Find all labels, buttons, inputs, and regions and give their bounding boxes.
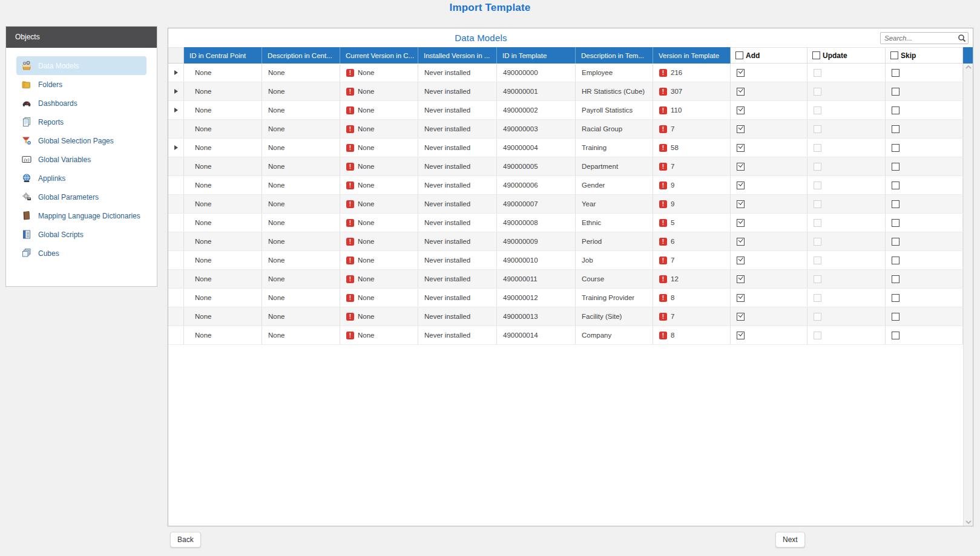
sidebar-item-data-models[interactable]: Data Models <box>16 56 146 75</box>
error-icon: ! <box>659 275 667 283</box>
skip-checkbox[interactable] <box>892 69 899 77</box>
sidebar-item-cubes[interactable]: Cubes <box>16 244 146 263</box>
skip-all-checkbox[interactable] <box>890 51 898 59</box>
expand-row-icon[interactable] <box>174 89 178 94</box>
cell-id-central-point: None <box>184 101 262 119</box>
sidebar-item-label: Dashboards <box>38 99 77 108</box>
add-checkbox[interactable] <box>737 200 745 208</box>
skip-checkbox[interactable] <box>892 163 899 171</box>
search-icon[interactable] <box>956 33 968 44</box>
skip-checkbox[interactable] <box>892 332 899 339</box>
add-checkbox[interactable] <box>737 332 745 339</box>
search-input[interactable] <box>881 33 956 43</box>
skip-checkbox[interactable] <box>892 182 899 189</box>
column-header-current-version-in-c[interactable]: Current Version in C... <box>340 47 418 64</box>
cell-expand <box>168 270 184 288</box>
add-checkbox[interactable] <box>737 313 745 321</box>
sidebar-item-mapping-language-dictionaries[interactable]: Mapping Language Dictionaries <box>16 206 146 225</box>
column-header-id-in-central-point[interactable]: ID in Central Point <box>184 47 262 64</box>
sidebar-item-reports[interactable]: Reports <box>16 113 146 131</box>
column-header-description-in-tem[interactable]: Description in Tem... <box>576 47 653 64</box>
table-row[interactable]: NoneNone!NoneNever installed490000006Gen… <box>168 176 963 195</box>
expand-row-icon[interactable] <box>174 108 178 113</box>
add-checkbox[interactable] <box>737 182 745 189</box>
skip-checkbox[interactable] <box>892 257 899 264</box>
update-all-checkbox[interactable] <box>812 51 820 59</box>
table-row[interactable]: NoneNone!NoneNever installed490000000Emp… <box>168 64 963 82</box>
cell-id-central-point: None <box>184 195 262 213</box>
cell-current-version: !None <box>340 214 418 232</box>
cell-version-template: !307 <box>653 82 731 100</box>
add-checkbox[interactable] <box>737 106 745 114</box>
update-checkbox <box>814 313 821 321</box>
skip-checkbox[interactable] <box>892 88 899 96</box>
table-row[interactable]: NoneNone!NoneNever installed490000004Tra… <box>168 139 963 157</box>
table-row[interactable]: NoneNone!NoneNever installed490000014Com… <box>168 326 963 345</box>
back-button[interactable]: Back <box>170 532 201 548</box>
vertical-scrollbar[interactable] <box>963 64 973 526</box>
table-row[interactable]: NoneNone!NoneNever installed490000001HR … <box>168 82 963 101</box>
cell-installed-version: Never installed <box>418 289 497 307</box>
skip-checkbox[interactable] <box>892 200 899 208</box>
cell-add <box>731 289 807 307</box>
table-row[interactable]: NoneNone!NoneNever installed490000005Dep… <box>168 157 963 176</box>
current-version-text: None <box>358 219 375 226</box>
cell-id-template: 490000001 <box>497 82 576 100</box>
sidebar-item-applinks[interactable]: Applinks <box>16 169 146 188</box>
cell-description-central: None <box>262 195 340 213</box>
add-all-checkbox[interactable] <box>735 51 743 59</box>
cell-current-version: !None <box>340 139 418 157</box>
sidebar-item-global-selection-pages[interactable]: Global Selection Pages <box>16 131 146 150</box>
scroll-down-icon <box>965 520 972 524</box>
table-row[interactable]: NoneNone!NoneNever installed490000007Yea… <box>168 195 963 214</box>
table-row[interactable]: NoneNone!NoneNever installed490000009Per… <box>168 232 963 251</box>
sidebar-item-dashboards[interactable]: Dashboards <box>16 94 146 113</box>
next-button[interactable]: Next <box>775 532 805 548</box>
skip-checkbox[interactable] <box>892 313 899 321</box>
add-checkbox[interactable] <box>737 257 745 264</box>
skip-checkbox[interactable] <box>892 238 899 246</box>
table-row[interactable]: NoneNone!NoneNever installed490000011Cou… <box>168 270 963 289</box>
error-icon: ! <box>659 219 667 227</box>
cell-current-version: !None <box>340 289 418 307</box>
expand-row-icon[interactable] <box>174 70 178 75</box>
skip-checkbox[interactable] <box>892 275 899 283</box>
skip-checkbox[interactable] <box>892 106 899 114</box>
add-checkbox[interactable] <box>737 163 745 171</box>
add-checkbox[interactable] <box>737 88 745 96</box>
add-checkbox[interactable] <box>737 219 745 227</box>
cell-id-central-point: None <box>184 82 262 100</box>
column-header-installed-version-in[interactable]: Installed Version in ... <box>418 47 497 64</box>
table-row[interactable]: NoneNone!NoneNever installed490000012Tra… <box>168 289 963 307</box>
skip-checkbox[interactable] <box>892 144 899 152</box>
add-checkbox[interactable] <box>737 69 745 77</box>
sidebar-item-global-scripts[interactable]: Global Scripts <box>16 225 146 244</box>
cell-description-template: Racial Group <box>576 120 653 138</box>
expand-row-icon[interactable] <box>174 145 178 150</box>
table-row[interactable]: NoneNone!NoneNever installed490000003Rac… <box>168 120 963 139</box>
column-header-id-in-template[interactable]: ID in Template <box>497 47 576 64</box>
cell-add <box>731 176 807 194</box>
cell-description-central: None <box>262 139 340 157</box>
sidebar-item-folders[interactable]: Folders <box>16 75 146 94</box>
cell-update <box>807 157 886 175</box>
table-row[interactable]: NoneNone!NoneNever installed490000013Fac… <box>168 307 963 326</box>
cell-update <box>807 326 886 344</box>
column-header-description-in-cent[interactable]: Description in Cent... <box>262 47 340 64</box>
table-row[interactable]: NoneNone!NoneNever installed490000010Job… <box>168 251 963 270</box>
add-checkbox[interactable] <box>737 144 745 152</box>
skip-checkbox[interactable] <box>892 219 899 227</box>
table-row[interactable]: NoneNone!NoneNever installed490000008Eth… <box>168 214 963 232</box>
table-row[interactable]: NoneNone!NoneNever installed490000002Pay… <box>168 101 963 120</box>
add-checkbox[interactable] <box>737 125 745 133</box>
skip-checkbox[interactable] <box>892 294 899 302</box>
column-header-version-in-template[interactable]: Version in Template <box>653 47 731 64</box>
add-checkbox[interactable] <box>737 238 745 246</box>
error-icon: ! <box>346 106 354 114</box>
cell-expand <box>168 64 184 82</box>
add-checkbox[interactable] <box>737 294 745 302</box>
sidebar-item-global-variables[interactable]: (x)Global Variables <box>16 150 146 169</box>
skip-checkbox[interactable] <box>892 125 899 133</box>
add-checkbox[interactable] <box>737 275 745 283</box>
sidebar-item-global-parameters[interactable]: Global Parameters <box>16 188 146 206</box>
